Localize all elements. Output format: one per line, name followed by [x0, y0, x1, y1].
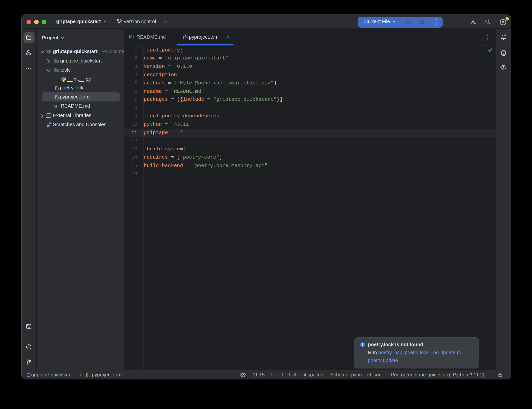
svg-text:[T]: [T] [56, 97, 60, 100]
svg-text:[T]: [T] [87, 374, 90, 377]
svg-text:[T]: [T] [56, 88, 60, 91]
svg-text:[T]: [T] [184, 37, 188, 40]
